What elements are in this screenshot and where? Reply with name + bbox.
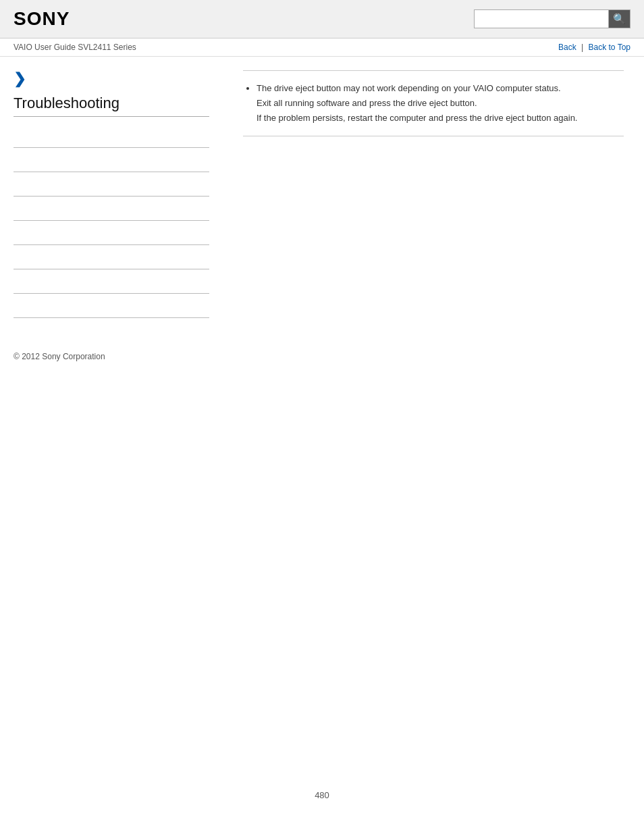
- list-item: [14, 197, 209, 221]
- sidebar-link-7[interactable]: [14, 277, 16, 286]
- list-item: [14, 124, 209, 148]
- copyright-text: © 2012 Sony Corporation: [14, 352, 630, 361]
- content-divider-top: [243, 70, 624, 71]
- sidebar: ❯ Troubleshooting: [14, 57, 223, 332]
- list-item: [14, 294, 209, 318]
- sidebar-link-6[interactable]: [14, 253, 16, 262]
- back-link[interactable]: Back: [558, 43, 576, 52]
- sidebar-link-1[interactable]: [14, 131, 16, 140]
- sidebar-chevron: ❯: [14, 70, 209, 95]
- sidebar-link-8[interactable]: [14, 301, 16, 311]
- sidebar-link-2[interactable]: [14, 155, 16, 165]
- breadcrumb: VAIO User Guide SVL2411 Series: [14, 43, 136, 52]
- main-content: ❯ Troubleshooting The drive eject button…: [0, 57, 644, 332]
- sidebar-link-4[interactable]: [14, 204, 16, 213]
- header: SONY 🔍: [0, 0, 644, 38]
- list-item: The drive eject button may not work depe…: [257, 81, 624, 126]
- search-area: 🔍: [474, 9, 630, 28]
- sidebar-title: Troubleshooting: [14, 95, 209, 117]
- chevron-icon: ❯: [14, 70, 26, 88]
- search-input[interactable]: [474, 9, 609, 28]
- footer: © 2012 Sony Corporation: [0, 332, 644, 375]
- nav-separator: |: [581, 43, 583, 52]
- search-button[interactable]: 🔍: [609, 9, 630, 28]
- list-item: [14, 148, 209, 172]
- nav-links: Back | Back to Top: [558, 43, 630, 52]
- sidebar-items: [14, 124, 209, 318]
- list-item: [14, 221, 209, 245]
- page-number: 480: [0, 777, 644, 814]
- content-divider-bottom: [243, 136, 624, 136]
- nav-bar: VAIO User Guide SVL2411 Series Back | Ba…: [0, 38, 644, 57]
- content-area: The drive eject button may not work depe…: [223, 57, 630, 332]
- sony-logo: SONY: [14, 8, 70, 30]
- list-item: [14, 245, 209, 269]
- list-item: [14, 269, 209, 294]
- search-icon: 🔍: [613, 13, 626, 25]
- list-item: [14, 172, 209, 197]
- back-to-top-link[interactable]: Back to Top: [589, 43, 630, 52]
- sidebar-link-5[interactable]: [14, 228, 16, 238]
- sidebar-link-3[interactable]: [14, 180, 16, 189]
- bullet-text-1: The drive eject button may not work depe…: [257, 83, 577, 123]
- content-list: The drive eject button may not work depe…: [243, 81, 624, 126]
